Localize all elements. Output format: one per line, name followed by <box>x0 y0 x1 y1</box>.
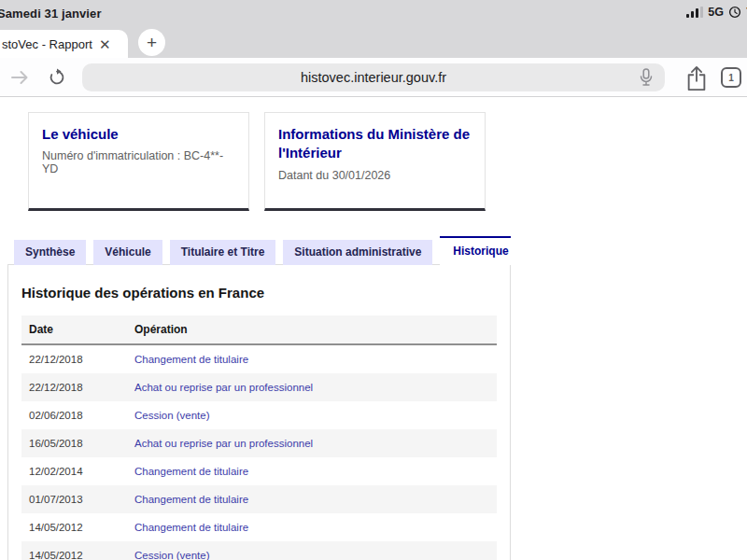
microphone-icon[interactable] <box>639 68 654 87</box>
status-indicators: 5G 7 <box>686 6 747 19</box>
report-tab[interactable]: Véhicule <box>93 240 162 265</box>
url-text: histovec.interieur.gouv.fr <box>301 70 446 85</box>
browser-tab-title: stoVec - Rapport vend <box>2 37 95 51</box>
report-tab[interactable]: Synthèse <box>14 240 86 265</box>
reload-icon[interactable] <box>47 67 67 88</box>
card-title: Informations du Ministère de l'Intérieur <box>278 125 472 163</box>
operation-link[interactable]: Cession (vente) <box>134 550 210 560</box>
new-tab-button[interactable]: + <box>138 29 165 56</box>
column-header-date: Date <box>21 315 127 344</box>
table-row: 16/05/2018 Achat ou reprise par un profe… <box>21 429 497 457</box>
summary-card: Le véhicule Numéro d'immatriculation : B… <box>28 112 249 211</box>
table-header-row: Date Opération <box>21 315 497 344</box>
share-icon[interactable] <box>684 64 709 92</box>
screen: Samedi 31 janvier 5G 7 stoVec - Rapport … <box>0 0 747 560</box>
table-row: 14/05/2012 Changement de titulaire <box>21 513 497 541</box>
report-tab-label: Titulaire et Titre <box>181 245 265 259</box>
panel-heading: Historique des opérations en France <box>21 285 497 301</box>
alarm-clock-icon <box>728 6 741 19</box>
active-browser-tab[interactable]: stoVec - Rapport vend ✕ <box>0 30 128 58</box>
operation-link[interactable]: Achat ou reprise par un professionnel <box>134 382 313 393</box>
close-tab-icon[interactable]: ✕ <box>99 37 111 51</box>
status-date: Samedi 31 janvier <box>0 7 102 21</box>
table-row: 02/06/2018 Cession (vente) <box>21 401 497 429</box>
summary-card: Informations du Ministère de l'Intérieur… <box>264 112 486 211</box>
report-tab[interactable]: Titulaire et Titre <box>170 240 276 265</box>
operation-link[interactable]: Changement de titulaire <box>134 466 248 477</box>
operation-link[interactable]: Changement de titulaire <box>134 354 248 365</box>
report-tab[interactable]: Situation administrative <box>283 240 432 265</box>
historique-panel: Historique des opérations en France Date… <box>7 264 511 560</box>
column-header-operation: Opération <box>127 315 497 344</box>
status-bar: Samedi 31 janvier 5G 7 <box>0 0 747 26</box>
browser-toolbar: histovec.interieur.gouv.fr 1 <box>0 58 747 97</box>
network-label: 5G <box>708 6 724 19</box>
card-subtitle: Datant du 30/01/2026 <box>278 169 472 182</box>
operation-date: 14/05/2012 <box>21 541 127 560</box>
report-tab-label: Situation administrative <box>294 245 421 259</box>
report-tabs: Synthèse Véhicule Titulaire et Titre Sit… <box>14 236 511 265</box>
forward-icon[interactable] <box>9 67 30 88</box>
tab-overview-button[interactable]: 1 <box>721 67 741 88</box>
url-bar[interactable]: histovec.interieur.gouv.fr <box>82 63 665 91</box>
operation-date: 12/02/2014 <box>21 457 127 485</box>
histovec-page: Le véhicule Numéro d'immatriculation : B… <box>0 98 747 560</box>
browser-tab-strip: stoVec - Rapport vend ✕ + <box>0 26 747 58</box>
operation-link[interactable]: Changement de titulaire <box>134 522 248 533</box>
table-row: 22/12/2018 Achat ou reprise par un profe… <box>21 373 497 401</box>
operation-date: 16/05/2018 <box>21 429 127 457</box>
operation-link[interactable]: Changement de titulaire <box>134 494 248 505</box>
report-tab-label: Véhicule <box>105 245 150 259</box>
report-tab-label: Historique <box>453 245 508 258</box>
table-row: 12/02/2014 Changement de titulaire <box>21 457 497 485</box>
operation-date: 14/05/2012 <box>21 513 127 541</box>
operation-date: 22/12/2018 <box>21 373 127 401</box>
operation-date: 02/06/2018 <box>21 401 127 429</box>
table-row: 22/12/2018 Changement de titulaire <box>21 344 497 373</box>
table-row: 01/07/2013 Changement de titulaire <box>21 485 497 513</box>
report-tab[interactable]: Historique <box>440 236 511 265</box>
operation-link[interactable]: Cession (vente) <box>134 410 210 421</box>
table-row: 14/05/2012 Cession (vente) <box>21 541 497 560</box>
operation-link[interactable]: Achat ou reprise par un professionnel <box>134 438 313 449</box>
card-subtitle: Numéro d'immatriculation : BC-4**-YD <box>42 149 235 175</box>
card-title: Le véhicule <box>42 125 235 144</box>
signal-icon <box>686 7 703 18</box>
operation-date: 01/07/2013 <box>21 485 127 513</box>
summary-cards: Le véhicule Numéro d'immatriculation : B… <box>28 112 486 211</box>
tab-count: 1 <box>728 73 734 83</box>
report-tab-label: Synthèse <box>25 245 75 259</box>
operations-table: Date Opération 22/12/2018 Changement de … <box>21 315 497 560</box>
operation-date: 22/12/2018 <box>21 344 127 373</box>
